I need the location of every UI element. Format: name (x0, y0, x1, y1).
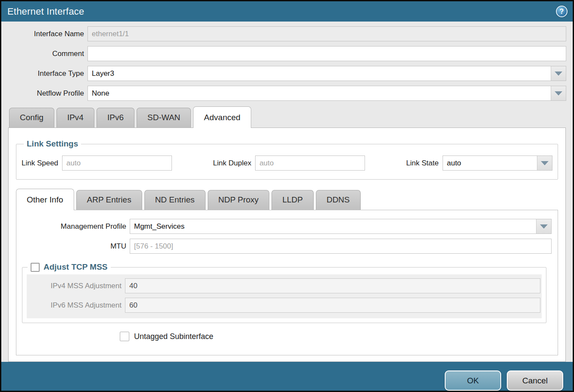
main-tab-bar: Config IPv4 IPv6 SD-WAN Advanced (1, 106, 573, 128)
ipv6-mss-label: IPv6 MSS Adjustment (27, 301, 125, 310)
interface-type-select[interactable]: Layer3 (87, 66, 566, 81)
tab-ipv4[interactable]: IPv4 (56, 108, 94, 128)
link-speed-group: Link Speed (22, 156, 172, 171)
comment-input[interactable] (87, 46, 566, 61)
comment-label: Comment (1, 50, 87, 58)
interface-name-input (87, 26, 566, 41)
ok-button[interactable]: OK (445, 370, 501, 391)
link-state-group: Link State auto (406, 156, 552, 171)
link-state-dropdown-button[interactable] (537, 156, 552, 170)
management-profile-label: Management Profile (16, 222, 130, 231)
other-info-panel: Management Profile Mgmt_Services MTU (16, 210, 558, 355)
interface-name-row: Interface Name (1, 26, 566, 41)
mss-disabled-box: IPv4 MSS Adjustment IPv6 MSS Adjustment (27, 274, 542, 318)
dialog-footer: OK Cancel (1, 362, 573, 392)
tab-ipv6[interactable]: IPv6 (97, 108, 134, 128)
link-state-select[interactable]: auto (443, 156, 552, 171)
chevron-down-icon (540, 224, 548, 229)
link-settings-legend: Link Settings (24, 139, 81, 149)
management-profile-dropdown-button[interactable] (536, 219, 551, 233)
adjust-tcp-mss-fieldset: Adjust TCP MSS IPv4 MSS Adjustment IPv6 … (22, 262, 546, 323)
management-profile-value: Mgmt_Services (130, 222, 184, 231)
link-speed-label: Link Speed (22, 159, 62, 168)
tab-nd-entries[interactable]: ND Entries (144, 190, 206, 210)
untagged-subinterface-checkbox[interactable] (120, 332, 129, 341)
ipv4-mss-input (125, 278, 540, 293)
tab-other-info[interactable]: Other Info (16, 189, 74, 210)
link-state-value: auto (443, 159, 461, 168)
tab-config[interactable]: Config (9, 108, 54, 128)
ipv6-mss-input (125, 298, 540, 313)
tab-ndp-proxy[interactable]: NDP Proxy (208, 190, 270, 210)
interface-type-value: Layer3 (88, 69, 114, 78)
netflow-profile-value: None (88, 89, 109, 98)
help-icon-glyph: ? (560, 8, 564, 16)
adjust-tcp-mss-legend: Adjust TCP MSS (28, 262, 111, 272)
netflow-profile-row: Netflow Profile None (1, 86, 566, 101)
interface-name-label: Interface Name (1, 30, 87, 38)
top-form: Interface Name Comment Interface Type La… (1, 22, 573, 106)
mtu-row: MTU (16, 239, 552, 254)
mtu-label: MTU (16, 242, 130, 251)
help-icon[interactable]: ? (556, 6, 568, 17)
tab-ddns[interactable]: DDNS (316, 190, 361, 210)
ipv4-mss-row: IPv4 MSS Adjustment (27, 278, 542, 293)
netflow-profile-dropdown-button[interactable] (551, 86, 566, 100)
ipv6-mss-row: IPv6 MSS Adjustment (27, 298, 542, 313)
link-speed-input[interactable] (62, 156, 172, 171)
dialog-titlebar: Ethernet Interface ? (1, 1, 573, 22)
dialog-title: Ethernet Interface (7, 6, 84, 17)
link-duplex-input[interactable] (255, 156, 365, 171)
tab-arp-entries[interactable]: ARP Entries (76, 190, 142, 210)
untagged-subinterface-label: Untagged Subinterface (134, 332, 213, 341)
interface-type-label: Interface Type (1, 69, 87, 78)
untagged-subinterface-row: Untagged Subinterface (120, 332, 552, 341)
tab-lldp[interactable]: LLDP (271, 190, 314, 210)
interface-type-dropdown-button[interactable] (551, 66, 566, 81)
ethernet-interface-dialog: Ethernet Interface ? Interface Name Comm… (0, 0, 574, 392)
link-settings-fieldset: Link Settings Link Speed Link Duplex Lin… (16, 139, 558, 180)
management-profile-row: Management Profile Mgmt_Services (16, 219, 552, 234)
mtu-input[interactable] (130, 239, 552, 254)
comment-row: Comment (1, 46, 566, 61)
tab-advanced[interactable]: Advanced (193, 106, 251, 128)
chevron-down-icon (555, 72, 562, 76)
management-profile-select[interactable]: Mgmt_Services (130, 219, 552, 234)
adjust-tcp-mss-legend-text: Adjust TCP MSS (44, 262, 108, 272)
link-duplex-label: Link Duplex (213, 159, 255, 168)
adjust-tcp-mss-checkbox[interactable] (31, 263, 40, 272)
advanced-tab-panel: Link Settings Link Speed Link Duplex Lin… (8, 128, 566, 362)
ipv4-mss-label: IPv4 MSS Adjustment (27, 282, 125, 290)
chevron-down-icon (541, 161, 549, 165)
other-info-tab-bar: Other Info ARP Entries ND Entries NDP Pr… (16, 188, 558, 210)
link-duplex-group: Link Duplex (213, 156, 365, 171)
netflow-profile-select[interactable]: None (87, 86, 566, 101)
interface-type-row: Interface Type Layer3 (1, 66, 566, 81)
netflow-profile-label: Netflow Profile (1, 89, 87, 98)
cancel-button[interactable]: Cancel (507, 370, 563, 391)
chevron-down-icon (555, 91, 562, 96)
tab-sd-wan[interactable]: SD-WAN (137, 108, 191, 128)
link-state-label: Link State (406, 159, 443, 168)
